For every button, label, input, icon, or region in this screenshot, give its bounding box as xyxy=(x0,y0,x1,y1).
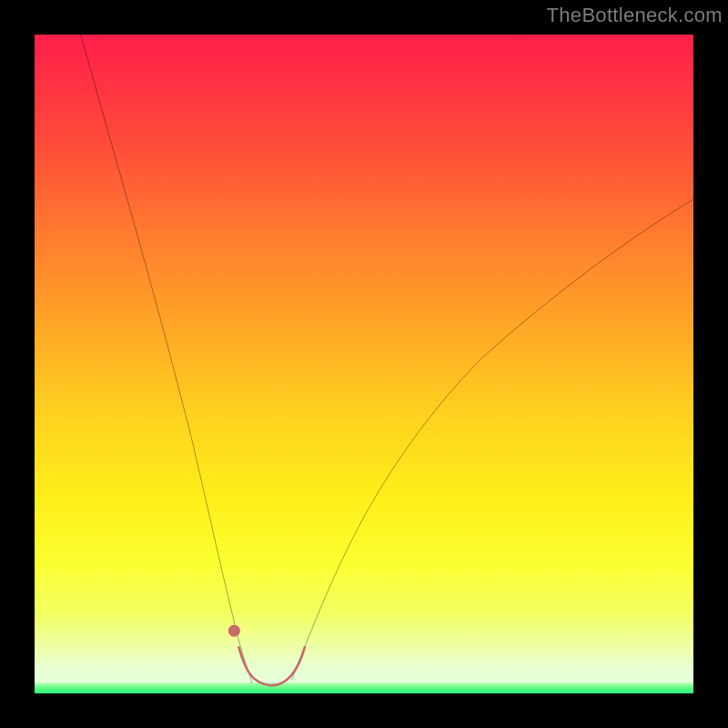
left-curve xyxy=(81,35,252,683)
watermark-text: TheBottleneck.com xyxy=(547,4,723,27)
plot-area xyxy=(35,35,693,693)
left-marker-dot xyxy=(228,625,240,637)
curves-svg xyxy=(35,35,693,693)
right-curve xyxy=(291,199,693,681)
bottom-thick-u-curve xyxy=(238,647,304,685)
outer-frame: TheBottleneck.com xyxy=(0,0,728,728)
